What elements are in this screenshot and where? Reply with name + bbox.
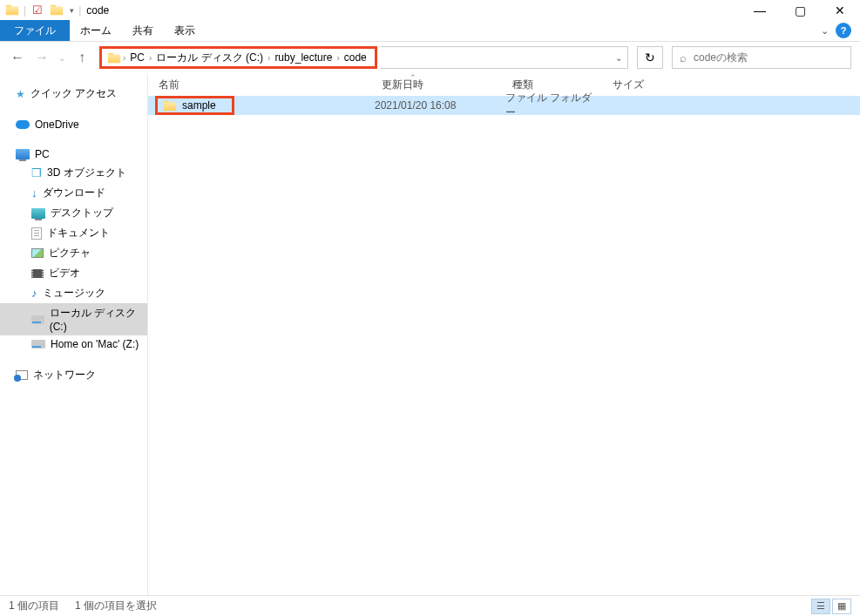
sidebar-item-label: PC bbox=[35, 148, 50, 160]
sidebar-item-label: クイック アクセス bbox=[30, 86, 117, 101]
breadcrumb-folder1[interactable]: ruby_lecture bbox=[272, 51, 335, 64]
view-mode-buttons: ☰ ▦ bbox=[811, 599, 851, 614]
icons-view-button[interactable]: ▦ bbox=[832, 599, 851, 614]
star-icon: ★ bbox=[16, 88, 25, 100]
column-date[interactable]: 更新日時 bbox=[375, 73, 505, 96]
sidebar-item-label: OneDrive bbox=[35, 118, 79, 131]
sidebar-local-disk[interactable]: ローカル ディスク (C:) bbox=[0, 303, 147, 335]
maximize-button[interactable]: ▢ bbox=[780, 0, 820, 20]
file-list[interactable]: sample 2021/01/20 16:08 ファイル フォルダー bbox=[148, 96, 860, 595]
document-icon bbox=[31, 227, 42, 240]
file-name: sample bbox=[182, 99, 216, 112]
qat-dropdown[interactable]: ▾ bbox=[66, 1, 77, 20]
sidebar-desktop[interactable]: デスクトップ bbox=[0, 203, 147, 223]
sidebar-item-label: ローカル ディスク (C:) bbox=[50, 306, 147, 333]
status-item-count: 1 個の項目 bbox=[9, 599, 59, 613]
search-placeholder: codeの検索 bbox=[694, 51, 748, 65]
search-icon: ⌕ bbox=[680, 51, 687, 64]
status-bar: 1 個の項目 1 個の項目を選択 ☰ ▦ bbox=[0, 595, 860, 616]
breadcrumb-folder2[interactable]: code bbox=[342, 51, 369, 64]
folder-icon bbox=[47, 1, 66, 20]
column-name[interactable]: 名前 bbox=[148, 73, 375, 96]
folder-icon bbox=[164, 100, 176, 111]
file-date: 2021/01/20 16:08 bbox=[375, 99, 505, 112]
network-icon bbox=[16, 370, 28, 380]
up-button[interactable]: ↑ bbox=[71, 47, 92, 68]
sidebar-item-label: ピクチャ bbox=[49, 246, 91, 261]
ribbon-right: ⌄ ? bbox=[821, 20, 860, 41]
minimize-button[interactable]: — bbox=[740, 0, 780, 20]
column-type[interactable]: 種類 bbox=[505, 73, 606, 96]
breadcrumb-pc[interactable]: PC bbox=[127, 51, 147, 64]
recent-dropdown[interactable]: ⌄ bbox=[56, 47, 68, 68]
chevron-right-icon: › bbox=[123, 53, 125, 63]
folder-icon bbox=[3, 1, 22, 20]
pc-icon bbox=[16, 149, 30, 159]
folder-icon bbox=[108, 52, 120, 63]
chevron-right-icon[interactable]: › bbox=[267, 53, 270, 63]
window-controls: — ▢ ✕ bbox=[740, 0, 860, 20]
refresh-button[interactable]: ↻ bbox=[637, 46, 663, 69]
sidebar-videos[interactable]: ビデオ bbox=[0, 263, 147, 283]
column-headers: 名前 更新日時 種類 サイズ ⌃ bbox=[148, 73, 860, 96]
video-icon bbox=[31, 269, 44, 278]
address-dropdown-icon[interactable]: ⌄ bbox=[615, 53, 622, 63]
tab-view[interactable]: 表示 bbox=[164, 20, 206, 41]
address-bar-highlighted[interactable]: › PC › ローカル ディスク (C:) › ruby_lecture › c… bbox=[99, 46, 377, 69]
download-icon: ↓ bbox=[31, 186, 37, 200]
navigation-pane: ★クイック アクセス OneDrive PC ❒3D オブジェクト ↓ダウンロー… bbox=[0, 73, 148, 595]
sidebar-item-label: デスクトップ bbox=[51, 206, 113, 220]
status-selected-count: 1 個の項目を選択 bbox=[75, 599, 157, 613]
sidebar-item-label: 3D オブジェクト bbox=[47, 166, 126, 180]
sidebar-item-label: ビデオ bbox=[49, 266, 80, 281]
tab-home[interactable]: ホーム bbox=[70, 20, 122, 41]
cube-icon: ❒ bbox=[31, 166, 42, 179]
tab-file[interactable]: ファイル bbox=[0, 20, 70, 41]
drive-icon bbox=[31, 315, 44, 324]
tab-share[interactable]: 共有 bbox=[122, 20, 164, 41]
sidebar-pc[interactable]: PC bbox=[0, 146, 147, 163]
sidebar-item-label: ネットワーク bbox=[33, 368, 96, 382]
music-icon: ♪ bbox=[31, 287, 37, 300]
sidebar-home-mac[interactable]: Home on 'Mac' (Z:) bbox=[0, 335, 147, 353]
sidebar-downloads[interactable]: ↓ダウンロード bbox=[0, 183, 147, 203]
cloud-icon bbox=[16, 120, 30, 129]
drive-icon bbox=[31, 340, 45, 349]
search-input[interactable]: ⌕ codeの検索 bbox=[672, 46, 851, 69]
navigation-bar: ← → ⌄ ↑ › PC › ローカル ディスク (C:) › ruby_lec… bbox=[0, 42, 860, 73]
sidebar-item-label: ドキュメント bbox=[47, 226, 110, 240]
help-icon[interactable]: ? bbox=[836, 23, 851, 38]
details-view-button[interactable]: ☰ bbox=[811, 599, 830, 614]
file-view: 名前 更新日時 種類 サイズ ⌃ sample 2021/01/20 16:08… bbox=[148, 73, 860, 595]
sidebar-documents[interactable]: ドキュメント bbox=[0, 223, 147, 243]
chevron-right-icon[interactable]: › bbox=[149, 53, 152, 63]
sidebar-quick-access[interactable]: ★クイック アクセス bbox=[0, 84, 147, 104]
sidebar-item-label: ミュージック bbox=[43, 286, 105, 301]
address-bar-rest[interactable]: ⌄ bbox=[381, 46, 628, 69]
window-title: code bbox=[86, 4, 109, 17]
close-button[interactable]: ✕ bbox=[820, 0, 860, 20]
column-size[interactable]: サイズ bbox=[606, 73, 675, 96]
sidebar-network[interactable]: ネットワーク bbox=[0, 365, 147, 385]
sidebar-pictures[interactable]: ピクチャ bbox=[0, 243, 147, 263]
sidebar-onedrive[interactable]: OneDrive bbox=[0, 116, 147, 133]
filename-highlighted: sample bbox=[155, 96, 234, 115]
body: ★クイック アクセス OneDrive PC ❒3D オブジェクト ↓ダウンロー… bbox=[0, 73, 860, 595]
quick-access-toolbar: | ☑ ▾ | bbox=[3, 1, 83, 20]
sidebar-music[interactable]: ♪ミュージック bbox=[0, 283, 147, 303]
ribbon-expand-icon[interactable]: ⌄ bbox=[821, 25, 829, 37]
chevron-right-icon[interactable]: › bbox=[336, 53, 339, 63]
sort-indicator-icon: ⌃ bbox=[410, 73, 416, 82]
ribbon-tabs: ファイル ホーム 共有 表示 ⌄ ? bbox=[0, 20, 860, 42]
separator: | bbox=[24, 4, 26, 17]
sidebar-item-label: Home on 'Mac' (Z:) bbox=[51, 338, 139, 350]
sidebar-3d-objects[interactable]: ❒3D オブジェクト bbox=[0, 163, 147, 183]
forward-button[interactable]: → bbox=[31, 47, 52, 68]
cell-name-wrapper: sample bbox=[148, 96, 375, 115]
file-row[interactable]: sample 2021/01/20 16:08 ファイル フォルダー bbox=[148, 96, 860, 115]
picture-icon bbox=[31, 248, 44, 258]
separator: | bbox=[78, 4, 81, 17]
back-button[interactable]: ← bbox=[7, 47, 28, 68]
breadcrumb-drive[interactable]: ローカル ディスク (C:) bbox=[153, 51, 266, 65]
properties-button[interactable]: ☑ bbox=[28, 1, 47, 20]
